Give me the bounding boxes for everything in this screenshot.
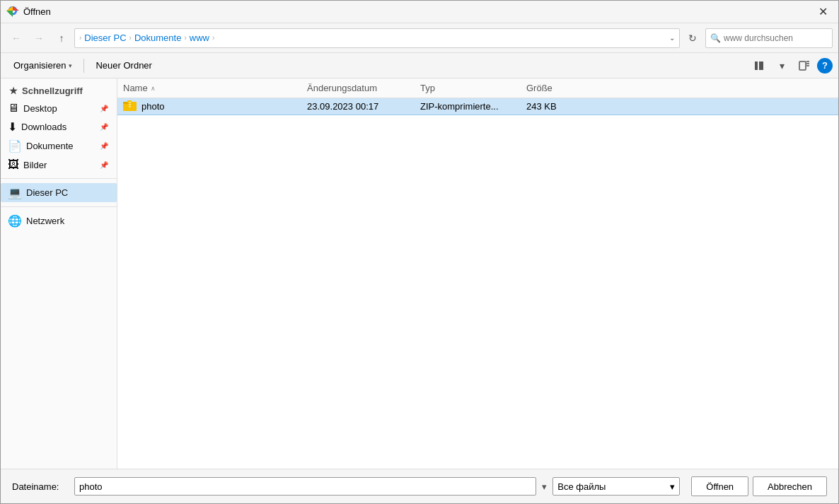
downloads-icon: ⬇ (8, 120, 17, 134)
pin-icon-4: 📌 (100, 161, 108, 169)
dieser-pc-icon: 💻 (8, 186, 22, 199)
action-separator (83, 59, 84, 73)
crumb-www[interactable]: www (190, 33, 209, 43)
crumb-dieser-pc[interactable]: Dieser PC (84, 33, 126, 43)
address-bar[interactable]: › Dieser PC › Dokumente › www › ⌄ (74, 28, 680, 48)
zip-icon (123, 99, 137, 115)
filename-input[interactable] (74, 477, 536, 496)
back-button[interactable]: ← (6, 28, 26, 48)
sidebar: ★ Schnellzugriff 🖥 Desktop 📌 ⬇ Downloads… (1, 78, 117, 469)
cancel-button[interactable]: Abbrechen (753, 476, 827, 496)
new-folder-button[interactable]: Neuer Ordner (88, 56, 158, 76)
col-name-header[interactable]: Name ∧ (117, 78, 301, 98)
organize-chevron-icon: ▾ (69, 62, 72, 69)
quick-access-icon: ★ (9, 86, 18, 96)
nav-toolbar: ← → ↑ › Dieser PC › Dokumente › www › ⌄ … (1, 23, 838, 53)
address-separator-4: › (212, 34, 214, 42)
view-list-button[interactable] (749, 56, 769, 76)
pin-icon-3: 📌 (100, 142, 108, 150)
svg-rect-2 (755, 61, 758, 64)
title-bar: Öffnen ✕ (1, 1, 838, 23)
svg-rect-5 (759, 64, 763, 67)
svg-rect-16 (129, 104, 131, 105)
view-dropdown-button[interactable]: ▾ (772, 56, 792, 76)
svg-rect-4 (755, 64, 758, 67)
action-buttons: Öffnen Abbrechen (691, 476, 827, 496)
filename-label: Dateiname: (12, 481, 69, 492)
organize-button[interactable]: Organisieren ▾ (6, 56, 79, 76)
help-button[interactable]: ? (817, 58, 833, 74)
sidebar-item-netzwerk[interactable]: 🌐 Netzwerk (1, 211, 117, 230)
file-type-cell: ZIP-komprimierte... (415, 98, 521, 115)
sidebar-item-desktop[interactable]: 🖥 Desktop 📌 (1, 99, 117, 117)
svg-rect-15 (129, 102, 131, 103)
chrome-icon (6, 4, 19, 20)
sidebar-divider-2 (1, 206, 117, 207)
filetype-select[interactable]: Все файлы ▾ (552, 477, 680, 496)
address-separator-1: › (79, 34, 81, 42)
bottom-bar: Dateiname: ▾ Все файлы ▾ Öffnen Abbreche… (1, 469, 838, 503)
refresh-button[interactable]: ↻ (683, 28, 702, 48)
dialog-window: Öffnen ✕ ← → ↑ › Dieser PC › Dokumente ›… (0, 0, 839, 504)
pin-icon: 📌 (100, 105, 108, 112)
close-button[interactable]: ✕ (813, 2, 833, 22)
table-row[interactable]: photo 23.09.2023 00:17 ZIP-komprimierte.… (117, 98, 838, 115)
search-box[interactable]: 🔍 (705, 28, 833, 48)
address-separator-2: › (129, 34, 132, 42)
svg-rect-3 (759, 61, 763, 64)
file-list-header: Name ∧ Änderungsdatum Typ Größe (117, 78, 838, 98)
view-controls: ▾ ? (749, 56, 833, 76)
dokumente-icon: 📄 (8, 139, 22, 153)
file-list-body: photo 23.09.2023 00:17 ZIP-komprimierte.… (117, 98, 838, 469)
pin-icon-2: 📌 (100, 123, 108, 131)
filename-dropdown-icon[interactable]: ▾ (542, 481, 547, 492)
filetype-chevron-icon: ▾ (670, 481, 675, 492)
address-separator-3: › (184, 34, 186, 42)
search-icon: 🔍 (710, 33, 721, 43)
action-bar: Organisieren ▾ Neuer Ordner ▾ (1, 53, 838, 78)
col-type-header[interactable]: Typ (415, 78, 521, 98)
sidebar-item-downloads[interactable]: ⬇ Downloads 📌 (1, 117, 117, 136)
svg-rect-8 (799, 61, 806, 70)
search-input[interactable] (724, 33, 828, 43)
preview-button[interactable] (794, 56, 814, 76)
crumb-dokumente[interactable]: Dokumente (134, 33, 181, 43)
file-date-cell: 23.09.2023 00:17 (301, 98, 415, 115)
svg-rect-7 (759, 67, 763, 70)
quick-access-header: ★ Schnellzugriff (1, 83, 117, 99)
file-size-cell: 243 KB (521, 98, 591, 115)
sidebar-item-bilder[interactable]: 🖼 Bilder 📌 (1, 156, 117, 174)
sidebar-item-dieser-pc[interactable]: 💻 Dieser PC (1, 183, 117, 202)
svg-rect-6 (755, 67, 758, 70)
sort-indicator: ∧ (151, 85, 156, 92)
sidebar-divider-1 (1, 178, 117, 179)
sidebar-item-dokumente[interactable]: 📄 Dokumente 📌 (1, 136, 117, 156)
up-button[interactable]: ↑ (52, 28, 71, 48)
netzwerk-icon: 🌐 (8, 214, 22, 228)
bilder-icon: 🖼 (8, 158, 19, 171)
file-name-cell: photo (117, 98, 301, 115)
col-size-header[interactable]: Größe (521, 78, 591, 98)
col-date-header[interactable]: Änderungsdatum (301, 78, 415, 98)
main-content: ★ Schnellzugriff 🖥 Desktop 📌 ⬇ Downloads… (1, 78, 838, 469)
desktop-icon: 🖥 (8, 102, 19, 115)
address-dropdown-btn[interactable]: ⌄ (669, 34, 675, 42)
svg-rect-17 (129, 106, 131, 107)
forward-button[interactable]: → (29, 28, 49, 48)
open-button[interactable]: Öffnen (691, 476, 748, 496)
file-area: Name ∧ Änderungsdatum Typ Größe (117, 78, 838, 469)
title-bar-title: Öffnen (23, 6, 813, 17)
